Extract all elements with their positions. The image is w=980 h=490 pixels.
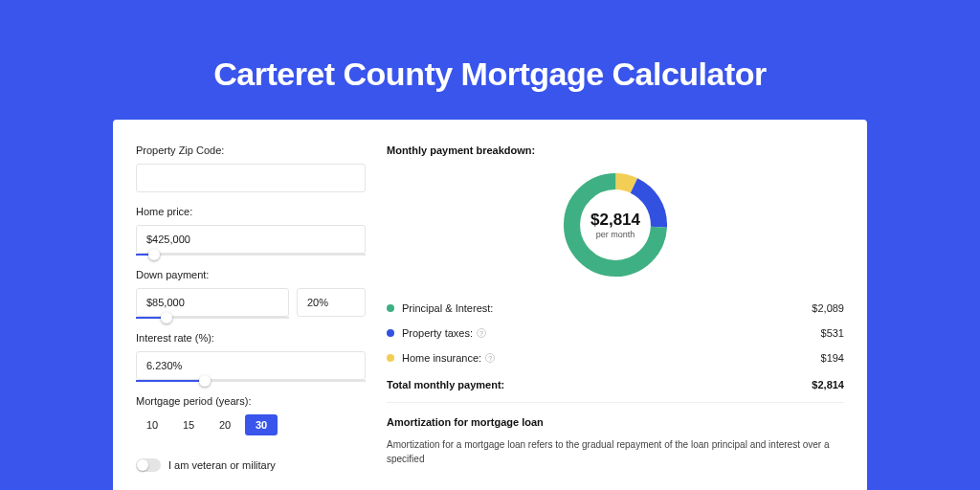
- down-amount-input[interactable]: [136, 288, 289, 317]
- legend-dot-icon: [387, 329, 394, 337]
- down-slider-thumb[interactable]: [161, 312, 172, 323]
- period-15-button[interactable]: 15: [172, 414, 205, 435]
- legend-label: Principal & Interest:: [402, 302, 812, 314]
- legend-dot-icon: [387, 304, 394, 312]
- zip-label: Property Zip Code:: [136, 145, 366, 156]
- period-label: Mortgage period (years):: [136, 395, 366, 407]
- total-label: Total monthly payment:: [387, 379, 812, 390]
- rate-slider-thumb[interactable]: [199, 375, 211, 387]
- legend-row: Home insurance:?$194: [387, 345, 844, 370]
- legend-row: Property taxes:?$531: [387, 321, 844, 345]
- info-icon[interactable]: ?: [477, 328, 486, 338]
- legend-dot-icon: [387, 354, 394, 362]
- down-percent-input[interactable]: [297, 288, 366, 317]
- info-icon[interactable]: ?: [485, 353, 495, 363]
- period-10-button[interactable]: 10: [136, 414, 168, 435]
- legend-row: Principal & Interest:$2,089: [387, 296, 844, 321]
- veteran-toggle[interactable]: [136, 458, 161, 472]
- legend-value: $531: [821, 327, 844, 339]
- total-value: $2,814: [812, 379, 844, 390]
- amortization-section: Amortization for mortgage loan Amortizat…: [387, 402, 844, 466]
- breakdown-panel: Monthly payment breakdown: $2,814 per mo…: [387, 145, 844, 490]
- donut-amount: $2,814: [590, 211, 640, 230]
- price-input[interactable]: [136, 225, 366, 254]
- price-label: Home price:: [136, 206, 366, 217]
- legend-label: Property taxes:?: [402, 327, 821, 339]
- rate-input[interactable]: [136, 351, 366, 380]
- legend-label: Home insurance:?: [402, 352, 821, 364]
- amortization-text: Amortization for a mortgage loan refers …: [387, 437, 844, 466]
- page-title: Carteret County Mortgage Calculator: [0, 0, 980, 120]
- down-label: Down payment:: [136, 269, 366, 280]
- legend-value: $2,089: [812, 302, 844, 314]
- calculator-card: Property Zip Code: Home price: Down paym…: [113, 120, 867, 490]
- down-slider[interactable]: [136, 317, 289, 319]
- period-30-button[interactable]: 30: [245, 414, 278, 435]
- zip-input[interactable]: [136, 164, 366, 192]
- price-slider[interactable]: [136, 254, 366, 256]
- donut-sub: per month: [590, 230, 640, 239]
- amortization-heading: Amortization for mortgage loan: [387, 416, 844, 428]
- price-slider-thumb[interactable]: [148, 249, 160, 260]
- veteran-label: I am veteran or military: [168, 459, 276, 471]
- form-panel: Property Zip Code: Home price: Down paym…: [136, 145, 366, 490]
- rate-label: Interest rate (%):: [136, 332, 366, 344]
- legend-value: $194: [821, 352, 844, 364]
- donut-chart: $2,814 per month: [387, 167, 844, 282]
- breakdown-title: Monthly payment breakdown:: [387, 145, 844, 156]
- period-group: 10152030: [136, 414, 366, 435]
- rate-slider[interactable]: [136, 380, 366, 382]
- period-20-button[interactable]: 20: [209, 414, 241, 435]
